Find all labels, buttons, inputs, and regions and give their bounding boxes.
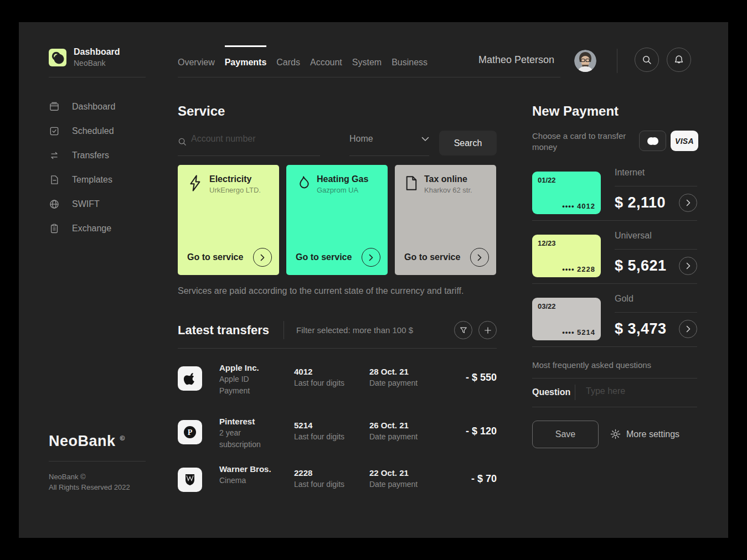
app-title: Dashboard	[74, 47, 120, 57]
tab-account[interactable]: Account	[310, 58, 342, 68]
tab-overview[interactable]: Overview	[178, 58, 215, 68]
footer-rights: All Rights Reserved 2022	[49, 483, 130, 491]
tab-system[interactable]: System	[352, 58, 382, 68]
transfer-amount: - $ 70	[445, 473, 497, 485]
more-settings-button[interactable]: More settings	[610, 429, 679, 439]
copyright-mark: ©	[120, 434, 125, 442]
sidebar-label: Scheduled	[72, 126, 114, 136]
card-digits-label: Last four digits	[294, 432, 369, 441]
top-nav: Overview Payments Cards Account System B…	[178, 58, 427, 68]
go-to-service-button[interactable]	[470, 248, 489, 267]
merchant-desc: Cinema	[219, 475, 275, 486]
mastercard-icon	[646, 137, 660, 146]
exchange-icon	[49, 223, 60, 234]
card-divider	[615, 186, 697, 186]
save-button[interactable]: Save	[532, 421, 599, 448]
service-card-electricity[interactable]: Electricity UrkEnergo LTD. Go to service	[178, 165, 279, 275]
service-card-heating-gas[interactable]: Heating Gas Gazprom UA Go to service	[286, 165, 388, 275]
gear-icon	[610, 429, 621, 439]
sidebar-label: SWIFT	[72, 199, 100, 209]
service-card-subtitle: Gazprom UA	[317, 186, 368, 194]
sidebar-item-templates[interactable]: Templates	[49, 173, 112, 186]
payment-date-label: Date payment	[369, 432, 445, 441]
card-balance: $ 5,621	[615, 257, 667, 274]
tab-business[interactable]: Business	[391, 58, 427, 68]
service-card-tax-online[interactable]: Tax online Kharkov 62 str. Go to service	[395, 165, 496, 275]
apple-logo-icon	[183, 371, 197, 386]
avatar[interactable]	[574, 50, 596, 72]
go-to-service-button[interactable]	[253, 248, 272, 267]
chevron-right-icon	[686, 199, 691, 206]
flame-icon	[296, 174, 311, 192]
notifications-button[interactable]	[667, 48, 691, 72]
card-balance-row: $ 5,621	[615, 257, 697, 275]
transfers-header-divider	[284, 321, 284, 339]
tab-cards[interactable]: Cards	[276, 58, 300, 68]
card-open-button[interactable]	[679, 194, 697, 212]
go-to-service-button[interactable]	[362, 248, 380, 267]
merchant-logo	[178, 468, 202, 492]
sidebar-item-dashboard[interactable]: Dashboard	[49, 100, 115, 113]
question-input[interactable]	[586, 386, 691, 396]
transfer-row-warner-bros[interactable]: Warner Bros. Cinema 2228 Last four digit…	[178, 468, 497, 492]
service-search-button[interactable]: Search	[439, 131, 497, 155]
question-divider	[575, 385, 575, 400]
more-settings-label: More settings	[626, 429, 679, 439]
main-panel: Dashboard NeoBank Overview Payments Card…	[19, 22, 728, 538]
latest-transfers-title: Latest transfers	[178, 323, 269, 338]
nav-divider	[178, 77, 497, 77]
card-expiry: 01/22	[538, 176, 595, 184]
card-name: Universal	[615, 231, 697, 241]
user-name[interactable]: Matheo Peterson	[478, 54, 560, 66]
payment-card-universal[interactable]: 12/23 •••• 2228	[532, 235, 601, 277]
filter-button[interactable]	[454, 321, 472, 339]
transfer-row-pinterest[interactable]: P Pinterest 2 year subscription 5214 Las…	[178, 420, 497, 444]
payment-date: 28 Oct. 21	[369, 367, 445, 376]
category-selected-value: Home	[349, 134, 373, 144]
visa-icon: VISA	[675, 137, 694, 146]
payment-card-gold[interactable]: 03/22 •••• 5214	[532, 298, 601, 340]
payment-card-internet[interactable]: 01/22 •••• 4012	[532, 172, 601, 214]
payment-date-label: Date payment	[369, 480, 445, 489]
sidebar-label: Exchange	[72, 224, 111, 234]
card-divider	[615, 249, 697, 250]
visa-toggle[interactable]: VISA	[671, 131, 698, 151]
sidebar-item-exchange[interactable]: Exchange	[49, 222, 111, 235]
merchant-logo	[178, 366, 202, 391]
service-card-subtitle: Kharkov 62 str.	[424, 186, 472, 194]
plus-icon	[484, 326, 492, 334]
tab-payments[interactable]: Payments	[225, 58, 267, 68]
mastercard-toggle[interactable]	[639, 131, 666, 151]
search-button-header[interactable]	[635, 48, 659, 72]
chevron-right-icon	[686, 262, 691, 269]
new-payment-title: New Payment	[532, 103, 619, 119]
card-expiry: 12/23	[538, 239, 595, 247]
app-brand: NeoBank	[74, 59, 106, 68]
payment-date-label: Date payment	[369, 378, 445, 387]
merchant-name: Pinterest	[219, 417, 294, 426]
payment-list-divider	[532, 346, 697, 347]
footer-brand: NeoBank ©	[49, 433, 125, 450]
new-payment-subtitle: Choose a card to transfer money	[532, 131, 632, 153]
card-digits-label: Last four digits	[294, 480, 369, 489]
chevron-down-icon	[421, 137, 429, 142]
footer-copyright: NeoBank ©	[49, 473, 86, 481]
payment-row-divider	[532, 283, 697, 284]
pinterest-logo-icon: P	[183, 425, 197, 439]
sidebar-item-scheduled[interactable]: Scheduled	[49, 125, 114, 138]
account-number-input[interactable]	[191, 134, 327, 144]
sidebar-item-swift[interactable]: SWIFT	[49, 198, 100, 211]
card-balance-row: $ 3,473	[615, 320, 697, 338]
user-divider	[478, 77, 560, 77]
card-open-button[interactable]	[679, 257, 697, 275]
card-open-button[interactable]	[679, 320, 697, 338]
faq-divider	[532, 378, 697, 378]
merchant-logo: P	[178, 420, 202, 444]
card-balance-row: $ 2,110	[615, 194, 697, 212]
add-transfer-button[interactable]	[478, 321, 497, 339]
transfer-row-apple[interactable]: Apple Inc. Apple ID Payment 4012 Last fo…	[178, 366, 497, 391]
sidebar-item-transfers[interactable]: Transfers	[49, 149, 109, 162]
merchant-name: Apple Inc.	[219, 363, 294, 372]
card-digits: 4012	[294, 367, 369, 376]
category-select[interactable]: Home	[349, 134, 429, 144]
